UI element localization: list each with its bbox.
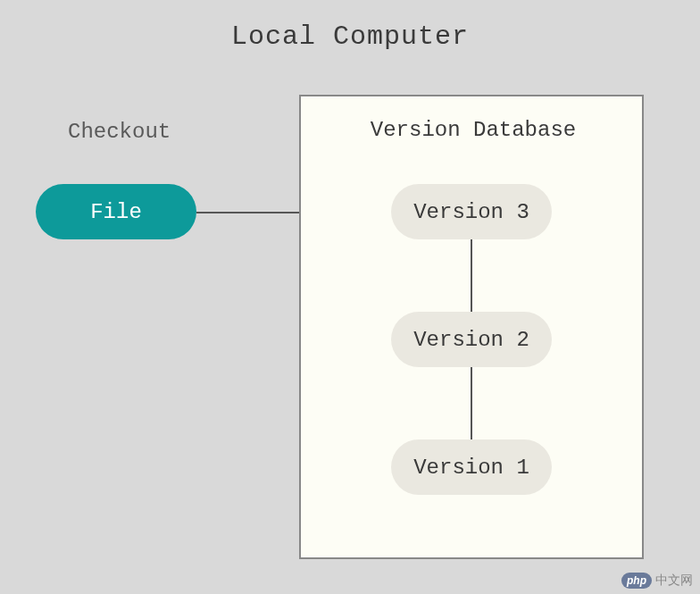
version-node-3: Version 3 (391, 184, 552, 239)
diagram-title: Local Computer (0, 21, 700, 52)
file-node: File (36, 184, 196, 239)
version-database-title: Version Database (348, 118, 598, 142)
watermark-text: 中文网 (655, 573, 693, 589)
version-node-1: Version 1 (391, 439, 552, 495)
connector-v2-to-v1 (471, 367, 472, 439)
version-label: Version 3 (413, 200, 529, 224)
connector-v3-to-v2 (471, 239, 472, 312)
file-node-label: File (90, 200, 142, 224)
version-label: Version 1 (413, 456, 529, 480)
checkout-label: Checkout (68, 120, 171, 144)
watermark-badge: php (621, 573, 652, 589)
version-node-2: Version 2 (391, 312, 552, 367)
watermark: php 中文网 (621, 573, 693, 589)
version-label: Version 2 (413, 328, 529, 352)
